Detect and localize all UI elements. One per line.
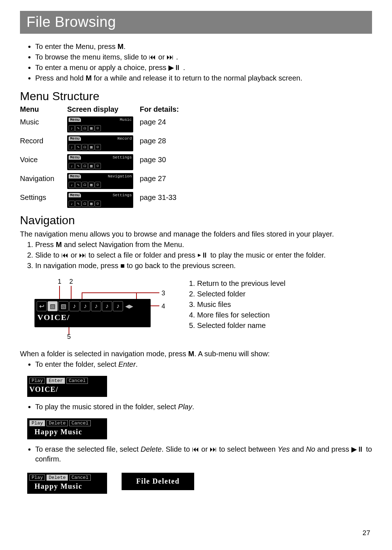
section-heading-menu-structure: Menu Structure: [20, 90, 372, 103]
list-item: To enter the folder, select Enter.: [35, 360, 372, 369]
file-music-icon: ♪: [113, 301, 123, 311]
list-item: To enter the Menu, press M.: [35, 42, 372, 52]
callout-4: 4: [162, 303, 165, 310]
table-row: Settings MenuSettings ♪ ✎ ☊ ▦ ⛭ page 31-…: [20, 192, 372, 208]
lcd-screen-record: MenuRecord ♪ ✎ ☊ ▦ ⛭: [67, 135, 133, 151]
submenu-option-cancel: Cancel: [69, 420, 91, 426]
table-row: Navigation MenuNavigation ♪ ✎ ☊ ▦ ⛭ page…: [20, 173, 372, 189]
callout-2: 2: [69, 278, 73, 286]
table-row: Record MenuRecord ♪ ✎ ☊ ▦ ⛭ page 28: [20, 135, 372, 151]
navigation-steps: Press M and select Navigation from the M…: [20, 240, 372, 271]
file-music-icon: ♪: [69, 301, 79, 311]
lcd-screen-navigation: MenuNavigation ♪ ✎ ☊ ▦ ⛭: [67, 173, 133, 189]
lcd-submenu-delete: Play Delete Cancel Happy Music: [27, 473, 107, 494]
folder-icon: ▧: [48, 301, 58, 311]
submenu-title: VOICE/: [29, 385, 105, 394]
list-item: More files for selection: [197, 310, 285, 320]
navigation-intro: The navigation menu allows you to browse…: [20, 229, 372, 239]
list-item: Selected folder name: [197, 321, 285, 331]
col-for-details: For details:: [140, 105, 194, 114]
navigation-legend: Return to the previous level Selected fo…: [187, 278, 285, 331]
list-item: Selected folder: [197, 289, 285, 299]
lcd-screen-settings: MenuSettings ♪ ✎ ☊ ▦ ⛭: [67, 192, 133, 208]
submenu-option-cancel: Cancel: [66, 378, 88, 384]
submenu-option-enter: Enter: [46, 378, 65, 384]
selected-folder-name: VOICE/: [37, 313, 148, 322]
intro-list: To enter the Menu, press M. To browse th…: [20, 42, 372, 83]
play-pause-icon: ▶⏸: [168, 63, 181, 71]
list-item: Press M and select Navigation from the M…: [35, 240, 372, 250]
file-music-icon: ♪: [102, 301, 112, 311]
submenu-option-delete: Delete: [46, 475, 68, 481]
more-arrow-icon: ◂▸: [125, 301, 133, 311]
list-item: To enter a menu or apply a choice, press…: [35, 63, 372, 73]
settings-icon: ⛭: [95, 125, 101, 131]
voice-icon: ☊: [82, 125, 88, 131]
file-music-icon: ♪: [80, 301, 90, 311]
page-title: File Browsing: [20, 11, 372, 34]
lcd-screen-music: MenuMusic ♪ ✎ ☊ ▦ ⛭: [67, 116, 133, 132]
music-icon: ♪: [69, 125, 75, 131]
page-number: 27: [363, 529, 370, 537]
list-item: Music files: [197, 300, 285, 309]
submenu-title: Happy Music: [29, 428, 105, 436]
navigation-lcd: ↩ ▧ ▧ ♪ ♪ ♪ ♪ ♪ ◂▸ VOICE/: [34, 299, 151, 327]
submenu-option-play: Play: [29, 420, 45, 426]
list-item: To play the music stored in the folder, …: [35, 402, 372, 412]
file-deleted-message: File Deleted: [124, 477, 192, 485]
submenu-intro: When a folder is selected in navigation …: [20, 349, 372, 359]
lcd-submenu-play: Play Delete Cancel Happy Music: [27, 418, 107, 439]
list-item: In navigation mode, press ■ to go back t…: [35, 261, 372, 271]
table-row: Voice MenuSettings ♪ ✎ ☊ ▦ ⛭ page 30: [20, 154, 372, 170]
menu-structure-table: Menu Screen display For details: Music M…: [20, 105, 372, 208]
list-item: To browse the menu items, slide to ⏮ or …: [35, 52, 372, 62]
submenu-option-cancel: Cancel: [69, 475, 91, 481]
lcd-file-deleted: File Deleted: [122, 473, 194, 490]
col-screen-display: Screen display: [67, 105, 140, 114]
lcd-screen-voice: MenuSettings ♪ ✎ ☊ ▦ ⛭: [67, 154, 133, 170]
file-music-icon: ♪: [91, 301, 101, 311]
list-item: Return to the previous level: [197, 279, 285, 288]
section-heading-navigation: Navigation: [20, 214, 372, 227]
submenu-option-delete: Delete: [46, 420, 68, 426]
callout-3: 3: [162, 290, 165, 297]
table-row: Music MenuMusic ♪ ✎ ☊ ▦ ⛭ page 24: [20, 116, 372, 132]
callout-5: 5: [67, 333, 71, 341]
navigation-icon: ▦: [88, 125, 94, 131]
list-item: Press and hold M for a while and release…: [35, 73, 372, 83]
back-icon: ↩: [37, 301, 47, 311]
submenu-option-play: Play: [29, 475, 45, 481]
record-icon: ✎: [75, 125, 81, 131]
callout-1: 1: [58, 278, 61, 286]
list-item: To erase the selected file, select Delet…: [35, 444, 372, 464]
lcd-submenu-enter: Play Enter Cancel VOICE/: [27, 376, 107, 397]
col-menu: Menu: [20, 105, 67, 114]
submenu-option-play: Play: [29, 378, 45, 384]
submenu-title: Happy Music: [29, 482, 105, 491]
list-item: Slide to ⏮ or ⏭ to select a file or fold…: [35, 250, 372, 260]
folder-icon: ▧: [58, 301, 69, 311]
navigation-diagram: 1 2 3 4 5 ↩ ▧ ▧ ♪ ♪ ♪ ♪: [34, 278, 165, 340]
prev-next-icon: ⏮ or ⏭: [149, 53, 174, 61]
